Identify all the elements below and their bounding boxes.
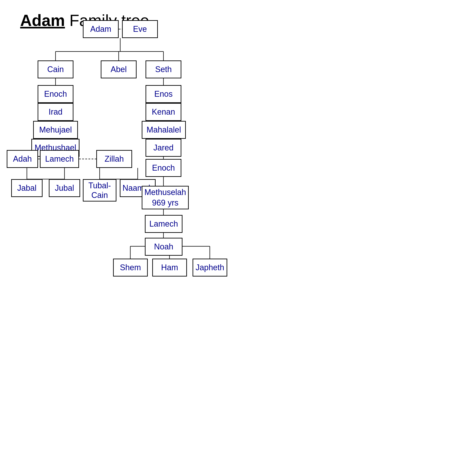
node-ham: Ham xyxy=(152,259,187,276)
node-enoch-seth: Enoch xyxy=(146,159,181,177)
node-jared: Jared xyxy=(146,139,181,157)
node-enos: Enos xyxy=(146,85,181,103)
node-cain: Cain xyxy=(38,60,73,78)
node-mehujael: Mehujael xyxy=(33,121,78,139)
node-japheth: Japheth xyxy=(193,259,227,276)
node-seth: Seth xyxy=(146,60,181,78)
node-lamech-seth: Lamech xyxy=(145,215,183,233)
node-eve: Eve xyxy=(122,20,158,38)
node-adam: Adam xyxy=(83,20,119,38)
title-bold: Adam xyxy=(20,11,65,29)
node-jabal: Jabal xyxy=(11,179,43,197)
node-enoch-cain: Enoch xyxy=(38,85,73,103)
node-lamech-cain: Lamech xyxy=(40,150,79,168)
node-mahalalel: Mahalalel xyxy=(142,121,186,139)
node-abel: Abel xyxy=(101,60,136,78)
node-zillah: Zillah xyxy=(96,150,132,168)
node-shem: Shem xyxy=(113,259,148,276)
node-kenan: Kenan xyxy=(146,103,181,121)
node-noah: Noah xyxy=(145,238,183,256)
node-tubal-cain: Tubal-Cain xyxy=(83,179,117,202)
node-adah: Adah xyxy=(7,150,38,168)
node-methuselah: Methuselah969 yrs xyxy=(142,186,189,209)
node-jubal: Jubal xyxy=(49,179,80,197)
node-irad: Irad xyxy=(38,103,73,121)
